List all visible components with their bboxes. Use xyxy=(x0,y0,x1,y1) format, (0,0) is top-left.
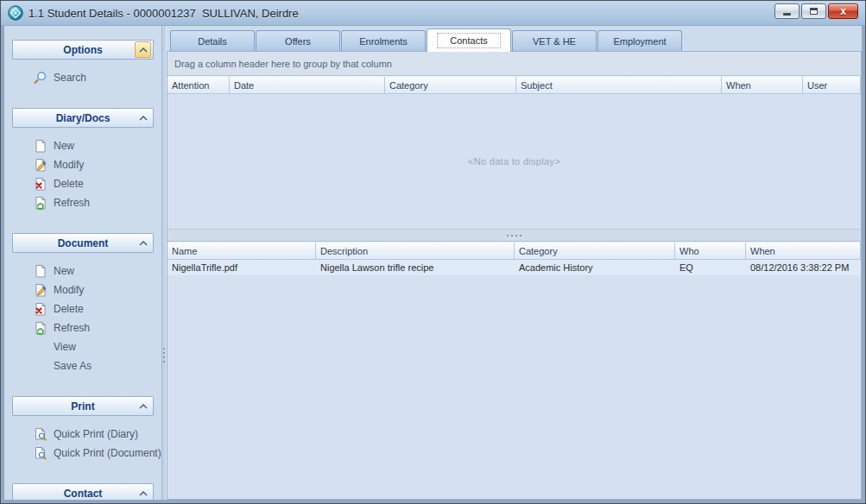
cell-when: 08/12/2016 3:38:22 PM xyxy=(746,260,861,275)
sidebar-item-quick-print-diary[interactable]: Quick Print (Diary) xyxy=(4,425,161,444)
new-document-icon xyxy=(34,139,47,153)
sidebar-item-label: New xyxy=(54,140,74,152)
table-row[interactable]: NigellaTrifle.pdf Nigella Lawson trifle … xyxy=(168,260,861,275)
grid-splitter[interactable] xyxy=(168,229,861,242)
group-by-panel[interactable]: Drag a column header here to group by th… xyxy=(168,52,861,76)
sidebar-item-label: Delete xyxy=(54,303,84,315)
column-header-who[interactable]: Who xyxy=(675,243,746,259)
column-header-category[interactable]: Category xyxy=(515,243,675,259)
splitter-grip-icon xyxy=(507,235,521,236)
sidebar-item-document-delete[interactable]: Delete xyxy=(4,299,161,318)
column-header-attention[interactable]: Attention xyxy=(168,77,230,93)
collapse-button[interactable] xyxy=(135,235,151,251)
group-by-hint: Drag a column header here to group by th… xyxy=(174,59,392,69)
collapse-button[interactable] xyxy=(135,398,151,414)
refresh-icon xyxy=(34,196,47,210)
sidebar-item-document-modify[interactable]: Modify xyxy=(4,280,161,299)
tab-label: Details xyxy=(198,36,227,47)
sidebar-item-diary-new[interactable]: New xyxy=(4,136,161,155)
sidebar-item-label: Delete xyxy=(54,178,84,190)
chevron-up-icon xyxy=(139,404,148,409)
splitter-grip-icon xyxy=(163,348,165,362)
tab-label: VET & HE xyxy=(533,36,576,47)
document-grid-header: Name Description Category Who When xyxy=(168,242,861,260)
sidebar-item-document-save-as[interactable]: Save As xyxy=(4,356,161,375)
sidebar-section-print[interactable]: Print xyxy=(12,396,154,416)
column-header-user[interactable]: User xyxy=(803,77,861,93)
refresh-icon xyxy=(34,321,47,335)
sidebar-item-label: New xyxy=(54,265,74,277)
column-header-category[interactable]: Category xyxy=(385,77,516,93)
contacts-tab-panel: Drag a column header here to group by th… xyxy=(167,51,862,500)
cell-who: EQ xyxy=(675,260,746,275)
window-title: 1.1 Student Details - 0000001237 SULLIVA… xyxy=(28,7,299,20)
sidebar-section-diary-docs[interactable]: Diary/Docs xyxy=(12,108,154,128)
print-preview-icon xyxy=(34,446,47,460)
chevron-up-icon xyxy=(139,241,148,246)
tab-label: Employment xyxy=(613,36,666,47)
app-icon xyxy=(8,5,23,21)
column-header-date[interactable]: Date xyxy=(230,77,385,93)
no-data-message: <No data to display> xyxy=(468,156,560,167)
column-header-subject[interactable]: Subject xyxy=(516,77,722,93)
tab-label: Enrolments xyxy=(359,36,408,47)
sidebar-item-diary-refresh[interactable]: Refresh xyxy=(4,193,161,212)
tab-label: Offers xyxy=(285,36,311,47)
titlebar[interactable]: 1.1 Student Details - 0000001237 SULLIVA… xyxy=(1,1,865,26)
tabstrip: Details Offers Enrolments Contacts VET &… xyxy=(167,28,862,52)
window-controls: x xyxy=(774,3,858,19)
collapse-button[interactable] xyxy=(135,485,151,500)
diary-grid-body: <No data to display> xyxy=(168,94,861,229)
sidebar-item-label: Refresh xyxy=(54,197,90,209)
collapse-button[interactable] xyxy=(135,110,151,126)
minimize-button[interactable] xyxy=(774,3,800,19)
delete-icon xyxy=(34,177,47,191)
sidebar-item-document-refresh[interactable]: Refresh xyxy=(4,318,161,337)
restore-icon xyxy=(810,8,818,15)
tab-details[interactable]: Details xyxy=(170,30,255,51)
sidebar-item-diary-delete[interactable]: Delete xyxy=(4,174,161,193)
sidebar-item-quick-print-document[interactable]: Quick Print (Document) xyxy=(4,444,161,463)
cell-category: Academic History xyxy=(515,260,675,275)
tab-employment[interactable]: Employment xyxy=(597,30,682,51)
column-header-description[interactable]: Description xyxy=(316,243,515,259)
search-icon xyxy=(34,71,47,85)
tab-label: Contacts xyxy=(438,34,499,47)
sidebar-item-label: Modify xyxy=(54,284,84,296)
column-header-name[interactable]: Name xyxy=(168,243,316,259)
collapse-button[interactable] xyxy=(135,41,151,58)
edit-icon xyxy=(34,158,47,172)
tab-offers[interactable]: Offers xyxy=(256,30,340,51)
delete-icon xyxy=(34,302,47,316)
column-header-when[interactable]: When xyxy=(722,77,803,93)
student-details-window: 1.1 Student Details - 0000001237 SULLIVA… xyxy=(0,0,866,504)
sidebar-item-label: Modify xyxy=(54,159,84,171)
new-document-icon xyxy=(34,264,47,278)
sidebar-section-contact[interactable]: Contact xyxy=(12,483,154,500)
sidebar-section-options[interactable]: Options xyxy=(12,40,154,60)
sidebar-item-document-new[interactable]: New xyxy=(4,261,161,280)
section-title: Contact xyxy=(13,488,153,500)
tab-contacts[interactable]: Contacts xyxy=(427,28,511,52)
sidebar-item-label: Quick Print (Diary) xyxy=(54,428,138,440)
sidebar: Options Search Diary/Docs xyxy=(4,26,161,500)
section-title: Diary/Docs xyxy=(13,112,153,124)
column-header-when[interactable]: When xyxy=(746,243,861,259)
sidebar-section-document[interactable]: Document xyxy=(12,233,154,253)
tab-enrolments[interactable]: Enrolments xyxy=(341,30,426,51)
sidebar-item-label: Search xyxy=(54,72,86,84)
cell-description: Nigella Lawson trifle recipe xyxy=(316,260,515,275)
restore-button[interactable] xyxy=(801,3,826,19)
sidebar-item-document-view[interactable]: View xyxy=(4,337,161,356)
sidebar-splitter[interactable] xyxy=(161,26,167,500)
minimize-icon xyxy=(783,13,791,16)
tab-vet-he[interactable]: VET & HE xyxy=(512,30,597,51)
sidebar-item-diary-modify[interactable]: Modify xyxy=(4,155,161,174)
main-area: Details Offers Enrolments Contacts VET &… xyxy=(167,26,862,500)
close-button[interactable]: x xyxy=(828,3,858,19)
print-preview-icon xyxy=(34,427,47,441)
chevron-up-icon xyxy=(139,491,148,496)
section-title: Document xyxy=(13,237,153,249)
sidebar-item-search[interactable]: Search xyxy=(4,68,161,87)
sidebar-item-label: View xyxy=(54,341,76,353)
